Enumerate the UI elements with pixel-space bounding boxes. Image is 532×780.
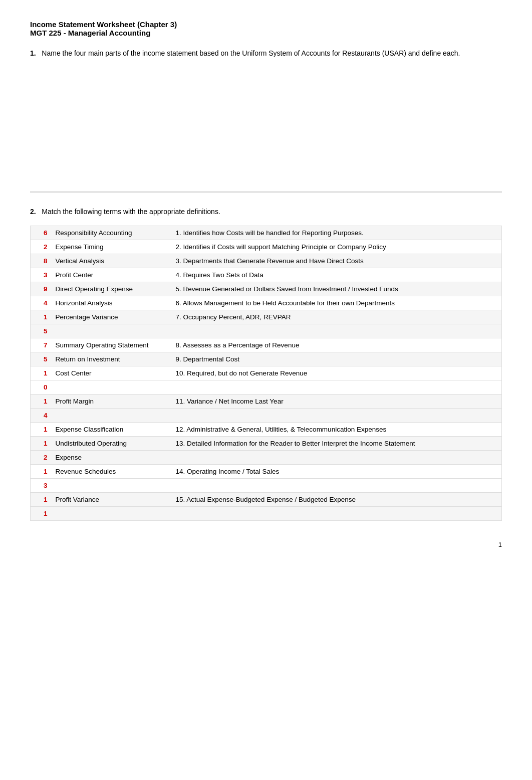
row-definition	[171, 479, 502, 493]
row-number: 2	[31, 451, 51, 465]
row-definition: 12. Administrative & General, Utilities,…	[171, 423, 502, 437]
row-definition	[171, 380, 502, 395]
row-term	[51, 380, 171, 395]
page-number: 1	[30, 541, 502, 548]
row-definition	[171, 451, 502, 465]
table-row: 8Vertical Analysis3. Departments that Ge…	[31, 254, 502, 268]
table-row: 9Direct Operating Expense5. Revenue Gene…	[31, 282, 502, 296]
row-number: 3	[31, 479, 51, 493]
row-term: Percentage Variance	[51, 310, 171, 324]
table-row: 7Summary Operating Statement8. Assesses …	[31, 338, 502, 352]
row-number: 6	[31, 226, 51, 240]
table-row: 4Horizontal Analysis6. Allows Management…	[31, 296, 502, 310]
row-term: Profit Variance	[51, 493, 171, 507]
row-term: Revenue Schedules	[51, 465, 171, 479]
question2-text: 2. Match the following terms with the ap…	[30, 208, 502, 216]
row-number: 1	[31, 465, 51, 479]
row-term: Direct Operating Expense	[51, 282, 171, 296]
row-term: Profit Margin	[51, 395, 171, 409]
page-header: Income Statement Worksheet (Chapter 3) M…	[30, 20, 502, 37]
row-definition: 1. Identifies how Costs will be handled …	[171, 226, 502, 240]
question2: 2. Match the following terms with the ap…	[30, 208, 502, 521]
row-number: 5	[31, 324, 51, 338]
question2-number: 2.	[30, 208, 36, 216]
table-row: 1Cost Center10. Required, but do not Gen…	[31, 366, 502, 380]
row-definition	[171, 409, 502, 423]
row-term: Summary Operating Statement	[51, 338, 171, 352]
header-line1: Income Statement Worksheet (Chapter 3)	[30, 20, 502, 29]
question1-body: Name the four main parts of the income s…	[42, 49, 460, 57]
row-definition: 6. Allows Management to be Held Accounta…	[171, 296, 502, 310]
row-term: Responsibility Accounting	[51, 226, 171, 240]
table-row: 1Profit Variance15. Actual Expense-Budge…	[31, 493, 502, 507]
row-definition: 3. Departments that Generate Revenue and…	[171, 254, 502, 268]
table-row: 4	[31, 409, 502, 423]
table-row: 5	[31, 324, 502, 338]
row-term: Horizontal Analysis	[51, 296, 171, 310]
table-row: 1	[31, 507, 502, 521]
question1-number: 1.	[30, 49, 36, 57]
row-definition: 9. Departmental Cost	[171, 352, 502, 366]
match-table: 6Responsibility Accounting1. Identifies …	[30, 226, 502, 521]
row-definition: 7. Occupancy Percent, ADR, REVPAR	[171, 310, 502, 324]
row-definition: 14. Operating Income / Total Sales	[171, 465, 502, 479]
row-number: 1	[31, 493, 51, 507]
question1-answer-area	[30, 62, 502, 192]
table-row: 3	[31, 479, 502, 493]
row-number: 3	[31, 268, 51, 282]
row-term	[51, 409, 171, 423]
row-definition: 11. Variance / Net Income Last Year	[171, 395, 502, 409]
row-definition: 2. Identifies if Costs will support Matc…	[171, 240, 502, 254]
row-term: Profit Center	[51, 268, 171, 282]
table-row: 1Expense Classification12. Administrativ…	[31, 423, 502, 437]
row-number: 1	[31, 395, 51, 409]
row-definition: 8. Assesses as a Percentage of Revenue	[171, 338, 502, 352]
row-definition	[171, 507, 502, 521]
table-row: 0	[31, 380, 502, 395]
row-term	[51, 507, 171, 521]
row-number: 1	[31, 423, 51, 437]
row-term: Vertical Analysis	[51, 254, 171, 268]
row-number: 7	[31, 338, 51, 352]
row-definition: 10. Required, but do not Generate Revenu…	[171, 366, 502, 380]
table-row: 1Undistributed Operating13. Detailed Inf…	[31, 437, 502, 451]
row-number: 4	[31, 409, 51, 423]
row-number: 1	[31, 366, 51, 380]
row-term	[51, 324, 171, 338]
row-number: 4	[31, 296, 51, 310]
row-term: Expense	[51, 451, 171, 465]
row-number: 1	[31, 507, 51, 521]
table-row: 2Expense Timing2. Identifies if Costs wi…	[31, 240, 502, 254]
header-line2: MGT 225 - Managerial Accounting	[30, 29, 502, 37]
row-number: 1	[31, 310, 51, 324]
row-term: Expense Classification	[51, 423, 171, 437]
table-row: 5Return on Investment9. Departmental Cos…	[31, 352, 502, 366]
question1-text: 1. Name the four main parts of the incom…	[30, 49, 502, 57]
row-number: 0	[31, 380, 51, 395]
row-number: 9	[31, 282, 51, 296]
table-row: 6Responsibility Accounting1. Identifies …	[31, 226, 502, 240]
row-definition: 5. Revenue Generated or Dollars Saved fr…	[171, 282, 502, 296]
row-definition: 4. Requires Two Sets of Data	[171, 268, 502, 282]
table-row: 1Profit Margin11. Variance / Net Income …	[31, 395, 502, 409]
row-definition: 15. Actual Expense-Budgeted Expense / Bu…	[171, 493, 502, 507]
row-term: Return on Investment	[51, 352, 171, 366]
row-definition: 13. Detailed Information for the Reader …	[171, 437, 502, 451]
row-number: 1	[31, 437, 51, 451]
row-number: 8	[31, 254, 51, 268]
row-term: Undistributed Operating	[51, 437, 171, 451]
table-row: 1Revenue Schedules14. Operating Income /…	[31, 465, 502, 479]
table-row: 1Percentage Variance7. Occupancy Percent…	[31, 310, 502, 324]
table-row: 3Profit Center4. Requires Two Sets of Da…	[31, 268, 502, 282]
row-term	[51, 479, 171, 493]
row-number: 2	[31, 240, 51, 254]
row-number: 5	[31, 352, 51, 366]
table-row: 2Expense	[31, 451, 502, 465]
question1: 1. Name the four main parts of the incom…	[30, 49, 502, 192]
row-term: Expense Timing	[51, 240, 171, 254]
row-term: Cost Center	[51, 366, 171, 380]
question2-body: Match the following terms with the appro…	[42, 208, 220, 216]
row-definition	[171, 324, 502, 338]
